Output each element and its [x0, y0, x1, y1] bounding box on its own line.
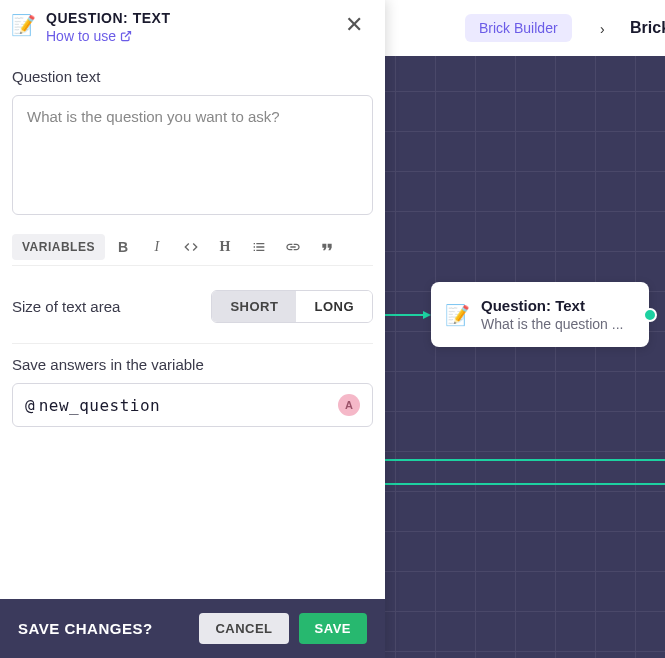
heading-button[interactable]: H	[209, 233, 241, 261]
link-button[interactable]	[277, 233, 309, 261]
panel-body: Question text VARIABLES B I H Size of te…	[0, 50, 385, 599]
external-link-icon	[120, 30, 132, 42]
italic-button[interactable]: I	[141, 233, 173, 261]
quote-button[interactable]	[311, 233, 343, 261]
panel-title: QUESTION: TEXT	[46, 10, 329, 26]
panel-header: 📝 QUESTION: TEXT How to use ✕	[0, 0, 385, 50]
connector-line	[385, 459, 665, 461]
size-short-button[interactable]: SHORT	[212, 291, 296, 322]
editor-toolbar: VARIABLES B I H	[12, 229, 373, 266]
size-label: Size of text area	[12, 298, 120, 315]
variables-button[interactable]: VARIABLES	[12, 234, 105, 260]
size-row: Size of text area SHORT LONG	[12, 290, 373, 344]
save-changes-title: SAVE CHANGES?	[18, 620, 153, 637]
save-variable-label: Save answers in the variable	[12, 356, 373, 373]
breadcrumb-brick-builder[interactable]: Brick Builder	[465, 14, 572, 42]
node-input-connector	[385, 311, 431, 319]
question-text-input[interactable]	[12, 95, 373, 215]
at-symbol: @	[25, 396, 35, 415]
help-link-text: How to use	[46, 28, 116, 44]
size-toggle: SHORT LONG	[211, 290, 373, 323]
node-title: Question: Text	[481, 297, 623, 314]
breadcrumb-next[interactable]: Brick	[630, 19, 665, 37]
variable-type-badge: A	[338, 394, 360, 416]
panel-footer: SAVE CHANGES? CANCEL SAVE	[0, 599, 385, 658]
connector-line	[385, 483, 665, 485]
size-long-button[interactable]: LONG	[296, 291, 372, 322]
node-subtitle: What is the question ...	[481, 316, 623, 332]
code-button[interactable]	[175, 233, 207, 261]
note-icon: 📝	[443, 301, 471, 329]
node-output-port[interactable]	[643, 308, 657, 322]
svg-line-0	[125, 32, 131, 38]
variable-name-input[interactable]: @ new_question A	[12, 383, 373, 427]
bold-button[interactable]: B	[107, 233, 139, 261]
note-icon: 📝	[10, 12, 36, 38]
question-text-label: Question text	[12, 68, 373, 85]
cancel-button[interactable]: CANCEL	[199, 613, 288, 644]
node-question-text[interactable]: 📝 Question: Text What is the question ..…	[431, 282, 649, 347]
settings-panel: 📝 QUESTION: TEXT How to use ✕ Question t…	[0, 0, 385, 658]
close-button[interactable]: ✕	[339, 10, 369, 40]
variable-name-text: new_question	[39, 396, 338, 415]
save-button[interactable]: SAVE	[299, 613, 367, 644]
breadcrumb-separator: ›	[600, 21, 605, 37]
how-to-use-link[interactable]: How to use	[46, 28, 329, 44]
list-button[interactable]	[243, 233, 275, 261]
